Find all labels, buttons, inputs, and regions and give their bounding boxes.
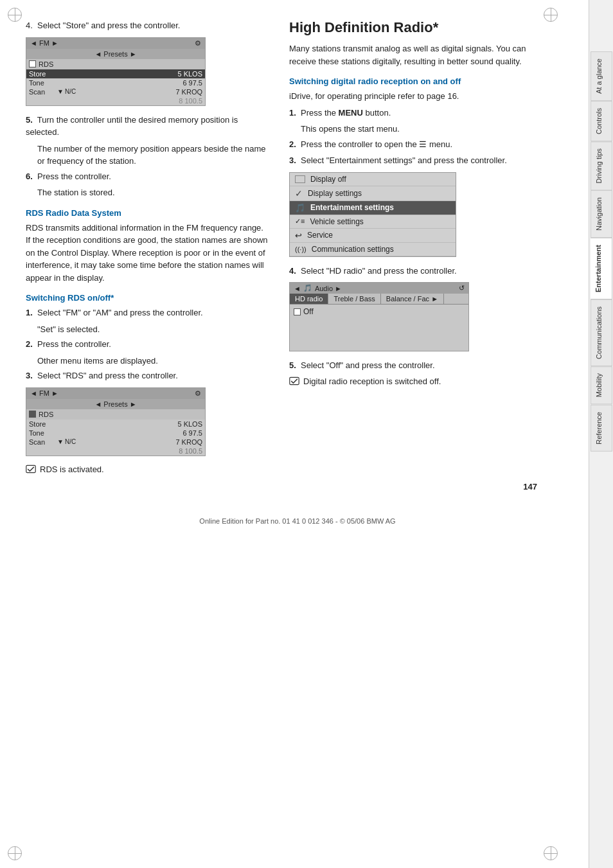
sidebar-tab-reference[interactable]: Reference [591, 405, 612, 452]
fm2-scan-arrow: ▼ [57, 438, 65, 445]
fm2-last-station: 8 100.5 [57, 447, 202, 455]
hd-step5: 5. Select "Off" and press the controller… [289, 359, 533, 372]
fm-row2-store: Store 5 KLOS [26, 420, 205, 429]
menu-vehicle-label: Vehicle settings [310, 217, 363, 226]
hd-step5-note-text: Digital radio reception is switched off. [303, 376, 441, 387]
rds-activated-text: RDS is activated. [40, 464, 104, 475]
sidebar-tab-driving-tips[interactable]: Driving tips [591, 141, 612, 190]
fm2-tone-label: Tone [29, 429, 57, 437]
hd-off-checkbox [294, 308, 301, 315]
hd-tab-treble[interactable]: Treble / Bass [328, 294, 380, 304]
checkmark-icon: ✓ [295, 188, 303, 199]
fm2-tone-station: 6 97.5 [57, 429, 202, 437]
service-icon: ↩ [295, 231, 302, 240]
svg-rect-0 [26, 465, 35, 472]
hd-off-label: Off [303, 307, 314, 316]
rds-activated-note: RDS is activated. [26, 464, 270, 475]
rds-step2-note: Other menu items are displayed. [26, 355, 270, 368]
fm-row-tone: Tone 6 97.5 [26, 78, 205, 87]
rds-row-2: RDS [26, 409, 205, 420]
fm-last-station: 8 100.5 [57, 97, 202, 105]
fm-store-label: Store [29, 70, 57, 78]
switch-section-title: Switching digital radio reception on and… [289, 76, 533, 86]
fm-row-scan: Scan ▼ N/C 7 KROQ [26, 87, 205, 96]
fm-header-1: ◄ FM ► ⚙ [26, 38, 205, 49]
menu-display-settings: ✓ Display settings [290, 186, 456, 201]
corner-mark-br [544, 846, 558, 860]
fm-screen-2: ◄ FM ► ⚙ ◄ Presets ► RDS Store 5 KLOS To… [26, 387, 206, 456]
menu-service-label: Service [307, 231, 333, 240]
entertainment-icon: 🎵 [295, 203, 305, 213]
sidebar-tab-mobility[interactable]: Mobility [591, 366, 612, 404]
hd-check-icon [289, 376, 299, 385]
fm-nav-1: ◄ FM ► [30, 39, 58, 47]
fm2-scan-station: 7 KROQ [76, 438, 202, 446]
hd-audio-back: ◄ [294, 285, 301, 292]
page-number: 147 [26, 482, 569, 492]
entertainment-menu: Display off ✓ Display settings 🎵 Enterta… [289, 172, 456, 257]
fm-row2-tone: Tone 6 97.5 [26, 429, 205, 438]
fm2-scan-nc: N/C [65, 438, 76, 445]
fm-settings-icon-2: ⚙ [195, 389, 201, 398]
hd-step1: 1. Press the MENU button. [289, 107, 533, 120]
fm-tone-label: Tone [29, 79, 57, 87]
step5-text: 5. Turn the controller until the desired… [26, 114, 270, 139]
rds-step1: 1. Select "FM" or "AM" and press the con… [26, 306, 270, 319]
fm-scan-station: 7 KROQ [76, 88, 202, 96]
main-content: 4. Select "Store" and press the controll… [0, 0, 589, 868]
fm-row2-last: 8 100.5 [26, 447, 205, 456]
display-off-icon [295, 175, 305, 183]
rds-label-2: RDS [39, 411, 53, 418]
fm-tone-station: 6 97.5 [57, 79, 202, 87]
hd-tab-balance[interactable]: Balance / Fac ► [381, 294, 444, 304]
hd-step5-note: Digital radio reception is switched off. [289, 376, 533, 387]
corner-mark-tl [8, 8, 22, 22]
menu-entertainment-label: Entertainment settings [310, 203, 394, 212]
sidebar-tab-at-a-glance[interactable]: At a glance [591, 51, 612, 101]
two-column-layout: 4. Select "Store" and press the controll… [26, 19, 569, 475]
sidebar-tab-communications[interactable]: Communications [591, 299, 612, 366]
fm2-scan-label: Scan [29, 438, 57, 446]
sidebar-tab-entertainment[interactable]: Entertainment [591, 238, 612, 299]
step4-text: 4. Select "Store" and press the controll… [26, 19, 270, 32]
menu-display-off: Display off [290, 173, 456, 186]
sidebar-tab-controls[interactable]: Controls [591, 101, 612, 141]
fm-row-store: Store 5 KLOS [26, 69, 205, 78]
hd-audio-label: Audio ► [315, 285, 342, 292]
fm-scan-arrow: ▼ [57, 88, 65, 95]
fm-scan-label: Scan [29, 88, 57, 96]
hd-tab-hdradio[interactable]: HD radio [290, 294, 328, 304]
fm2-store-label: Store [29, 420, 57, 428]
fm-row2-scan: Scan ▼ N/C 7 KROQ [26, 438, 205, 447]
idrive-note: iDrive, for operating principle refer to… [289, 90, 533, 103]
hd-audio-nav: ◄ 🎵 Audio ► [294, 284, 342, 292]
left-column: 4. Select "Store" and press the controll… [26, 19, 270, 475]
rds-section-title: RDS Radio Data System [26, 208, 270, 218]
hd-audio-icon: 🎵 [303, 284, 312, 292]
menu-display-off-label: Display off [310, 175, 346, 184]
menu-communication-label: Communication settings [312, 245, 394, 254]
menu-entertainment-settings: 🎵 Entertainment settings [290, 201, 456, 215]
hd-step2: 2. Press the controller to open the ☰ me… [289, 138, 533, 151]
hd-screen-body [290, 319, 468, 351]
hd-step1-note: This opens the start menu. [289, 123, 533, 136]
hd-off-row: Off [290, 305, 468, 319]
right-column: High Definition Radio* Many stations tra… [289, 19, 533, 475]
fm-screen-1: ◄ FM ► ⚙ ◄ Presets ► RDS Store 5 KLOS To… [26, 37, 206, 106]
rds-checkbox-1 [29, 60, 36, 67]
menu-display-settings-label: Display settings [308, 189, 362, 198]
right-sidebar: At a glance Controls Driving tips Naviga… [589, 0, 613, 868]
main-title: High Definition Radio* [289, 19, 533, 36]
rds-step3: 3. Select "RDS" and press the controller… [26, 369, 270, 382]
hd-step4: 4. Select "HD radio" and press the contr… [289, 265, 533, 278]
fm-header-2: ◄ FM ► ⚙ [26, 388, 205, 399]
hd-radio-screen: ◄ 🎵 Audio ► ↺ HD radio Treble / Bass Bal… [289, 282, 469, 351]
fm-store-station: 5 KLOS [57, 70, 202, 78]
page-footer: Online Edition for Part no. 01 41 0 012 … [26, 511, 569, 525]
hd-header: ◄ 🎵 Audio ► ↺ [290, 283, 468, 294]
hd-refresh-icon: ↺ [459, 284, 465, 292]
fm-presets-2: ◄ Presets ► [26, 399, 205, 409]
step6-note: The station is stored. [26, 186, 270, 199]
sidebar-tab-navigation[interactable]: Navigation [591, 190, 612, 238]
rds-check-icon [26, 465, 36, 474]
